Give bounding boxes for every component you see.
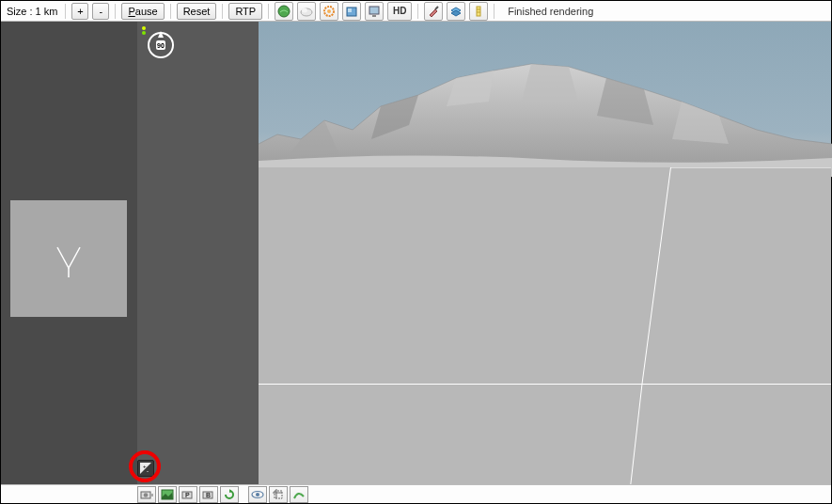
svg-line-28 (642, 167, 670, 384)
svg-point-21 (142, 31, 146, 35)
svg-point-43 (256, 493, 259, 496)
svg-text:90: 90 (157, 42, 165, 49)
svg-marker-23 (447, 71, 494, 106)
hd-icon[interactable]: HD (387, 2, 412, 21)
camera-b-icon[interactable]: B (199, 486, 218, 503)
ground-region (259, 167, 831, 484)
cloud-icon[interactable] (297, 2, 316, 21)
svg-marker-16 (158, 31, 164, 38)
pause-button[interactable]: Pause (121, 3, 164, 20)
zoom-in-button[interactable]: + (71, 3, 88, 20)
svg-rect-7 (369, 7, 379, 14)
svg-point-0 (278, 6, 290, 17)
svg-rect-44 (275, 491, 282, 498)
svg-text:P: P (185, 492, 190, 498)
svg-point-4 (327, 9, 331, 13)
size-label: Size : 1 km (5, 6, 59, 17)
scale-yellow-icon[interactable] (469, 2, 488, 21)
svg-point-34 (144, 493, 149, 497)
camera-p-icon[interactable]: P (179, 486, 197, 503)
svg-marker-26 (672, 102, 729, 144)
toolbar-divider (115, 4, 116, 19)
status-text: Finished rendering (508, 6, 593, 17)
svg-line-9 (435, 7, 438, 9)
svg-line-29 (631, 384, 642, 484)
globe-green-icon[interactable] (275, 2, 293, 21)
toolbar-divider (65, 4, 66, 19)
toolbar-divider (170, 4, 171, 19)
monitor-icon[interactable] (365, 2, 384, 21)
terrain-mountain (259, 50, 832, 177)
refresh-green-icon[interactable] (220, 486, 239, 503)
crop-icon[interactable] (269, 486, 288, 503)
zoom-out-button[interactable]: - (92, 3, 109, 20)
svg-point-2 (302, 8, 307, 12)
grid-line-vertical (259, 167, 831, 484)
landscape-green-icon[interactable] (158, 486, 177, 503)
eye-icon[interactable] (248, 486, 267, 503)
preview-thumbnail[interactable] (10, 200, 127, 317)
left-panel (1, 22, 137, 484)
preview-glyph-icon (40, 230, 97, 287)
toolbar-divider (268, 4, 269, 19)
svg-rect-6 (348, 8, 352, 12)
main-area: 90 90 (1, 22, 831, 484)
gear-orange-icon[interactable] (320, 2, 338, 21)
rtp-button[interactable]: RTP (228, 3, 262, 20)
reset-button[interactable]: Reset (177, 3, 217, 20)
camera-icon[interactable] (137, 486, 156, 503)
compass-dots-icon (141, 25, 150, 35)
toolbar-divider (494, 4, 494, 19)
annotation-highlight-circle (129, 450, 161, 482)
box-blue-icon[interactable] (342, 2, 361, 21)
top-toolbar: Size : 1 km + - Pause Reset RTP HD (1, 1, 831, 22)
bottom-toolbar: P B (1, 484, 831, 503)
curve-green-icon[interactable] (290, 486, 308, 503)
toolbar-divider (222, 4, 223, 19)
svg-point-20 (142, 26, 146, 30)
layers-blue-icon[interactable] (447, 2, 465, 21)
mid-panel: 90 90 (137, 22, 259, 484)
brush-icon[interactable] (424, 2, 443, 21)
svg-rect-35 (150, 494, 153, 496)
svg-rect-8 (372, 15, 376, 17)
svg-text:B: B (206, 492, 211, 498)
compass-widget[interactable]: 90 90 (145, 29, 177, 63)
render-viewport[interactable] (259, 22, 831, 484)
svg-rect-10 (477, 7, 480, 16)
toolbar-divider (417, 4, 418, 19)
